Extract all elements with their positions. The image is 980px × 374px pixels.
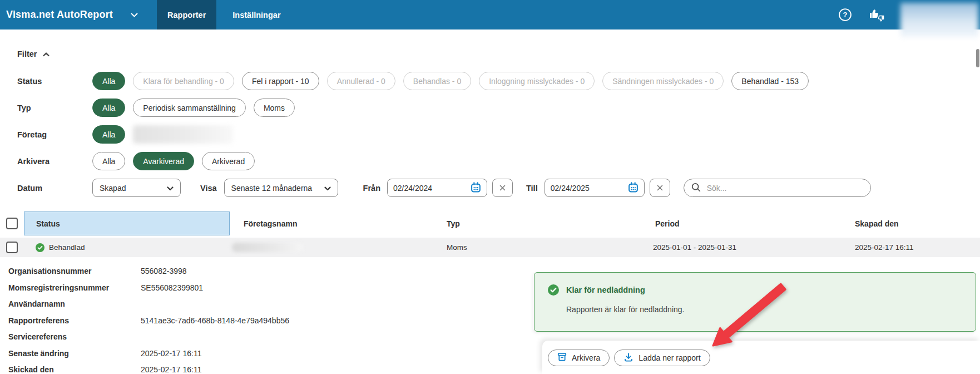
detail-value: 2025-02-17 16:11 bbox=[141, 350, 202, 358]
redacted-company-name bbox=[232, 243, 303, 252]
column-header-status[interactable]: Status bbox=[24, 211, 230, 235]
report-details: Organisationsnummer556082-3998 Momsregis… bbox=[0, 257, 526, 374]
pill-status-klara[interactable]: Klara för behandling - 0 bbox=[133, 72, 234, 90]
detail-label: Organisationsnummer bbox=[8, 267, 141, 276]
date-range-value: Senaste 12 månaderna bbox=[231, 184, 313, 193]
svg-text:?: ? bbox=[843, 11, 848, 19]
clear-icon bbox=[499, 183, 506, 193]
pill-typ-moms[interactable]: Moms bbox=[254, 99, 295, 117]
download-button-label: Ladda ner rapport bbox=[639, 353, 700, 362]
pill-status-behandlad[interactable]: Behandlad - 153 bbox=[731, 72, 809, 90]
pill-typ-periodisk[interactable]: Periodisk sammanställning bbox=[133, 99, 246, 117]
detail-row: Servicereferens bbox=[8, 333, 526, 342]
autoreport-page: Visma.net AutoReport Rapporter Inställni… bbox=[0, 0, 980, 374]
search-icon bbox=[691, 183, 701, 194]
download-ready-alert: Klar för nedladdning Rapporten är klar f… bbox=[534, 272, 976, 332]
column-header-typ[interactable]: Typ bbox=[442, 219, 651, 228]
pill-status-fel[interactable]: Fel i rapport - 10 bbox=[242, 72, 319, 90]
pill-arkivera-arkiverad[interactable]: Arkiverad bbox=[202, 152, 255, 170]
detail-row: Användarnamn bbox=[8, 300, 526, 309]
alert-body: Rapporten är klar för nedladdning. bbox=[566, 305, 976, 314]
detail-label: Användarnamn bbox=[8, 300, 141, 309]
chevron-up-icon bbox=[43, 50, 50, 58]
feedback-icon[interactable] bbox=[868, 7, 885, 23]
filter-row-datum: Datum Skapad Visa Senaste 12 månaderna F… bbox=[17, 179, 980, 197]
calendar-icon[interactable] bbox=[628, 182, 639, 194]
pill-status-inloggning[interactable]: Inloggning misslyckades - 0 bbox=[479, 72, 595, 90]
tab-rapporter[interactable]: Rapporter bbox=[157, 0, 216, 29]
pill-foretag-alla[interactable]: Alla bbox=[92, 125, 125, 144]
check-circle-icon bbox=[548, 284, 559, 296]
detail-label: Servicereferens bbox=[8, 333, 141, 342]
detail-value: 5141ae3c-7ad6-468b-8148-4e79a494bb56 bbox=[141, 317, 289, 326]
table-row[interactable]: Behandlad Moms 2025-01-01 - 2025-01-31 2… bbox=[0, 238, 980, 257]
reports-table: Status Företagsnamn Typ Period Skapad de… bbox=[0, 211, 980, 257]
detail-label: Skickad den bbox=[8, 366, 141, 374]
select-all-checkbox[interactable] bbox=[6, 218, 18, 229]
detail-label: Rapportreferens bbox=[8, 317, 141, 326]
date-range-select[interactable]: Senaste 12 månaderna bbox=[224, 179, 338, 197]
filter-row-status: Status Alla Klara för behandling - 0 Fel… bbox=[17, 72, 980, 90]
till-date-value: 02/24/2025 bbox=[551, 184, 590, 193]
from-date-value: 02/24/2024 bbox=[393, 184, 432, 193]
detail-row: Rapportreferens5141ae3c-7ad6-468b-8148-4… bbox=[8, 317, 526, 326]
from-date-clear-button[interactable] bbox=[492, 179, 513, 197]
till-date-clear-button[interactable] bbox=[650, 179, 670, 197]
archive-button[interactable]: Arkivera bbox=[548, 350, 610, 366]
till-date-input[interactable]: 02/24/2025 bbox=[545, 179, 645, 197]
calendar-icon[interactable] bbox=[471, 182, 481, 194]
date-type-select[interactable]: Skapad bbox=[92, 179, 181, 197]
column-header-skapad-den[interactable]: Skapad den bbox=[851, 219, 980, 228]
column-header-period[interactable]: Period bbox=[651, 219, 851, 228]
detail-row: Senaste ändring2025-02-17 16:11 bbox=[8, 350, 526, 358]
status-check-icon bbox=[36, 243, 44, 252]
filter-title-label: Filter bbox=[17, 50, 37, 58]
row-checkbox[interactable] bbox=[6, 242, 18, 253]
detail-row: Organisationsnummer556082-3998 bbox=[8, 267, 526, 276]
row-period: 2025-01-01 - 2025-01-31 bbox=[651, 243, 851, 252]
table-header-row: Status Företagsnamn Typ Period Skapad de… bbox=[0, 211, 980, 235]
from-label: Från bbox=[363, 184, 380, 193]
brand-menu-toggle[interactable] bbox=[131, 0, 138, 29]
from-date-input[interactable]: 02/24/2024 bbox=[387, 179, 487, 197]
filter-rows: Status Alla Klara för behandling - 0 Fel… bbox=[17, 72, 980, 197]
clear-icon bbox=[657, 183, 663, 193]
pill-arkivera-alla[interactable]: Alla bbox=[92, 152, 125, 170]
pill-status-sandningen[interactable]: Sändningen misslyckades - 0 bbox=[602, 72, 724, 90]
help-icon[interactable]: ? bbox=[838, 8, 852, 22]
column-header-foretagsnamn[interactable]: Företagsnamn bbox=[230, 219, 442, 228]
filter-row-arkivera: Arkivera Alla Avarkiverad Arkiverad bbox=[17, 152, 980, 170]
download-report-button[interactable]: Ladda ner rapport bbox=[614, 350, 710, 366]
status-label: Status bbox=[17, 77, 92, 86]
tab-installningar[interactable]: Inställningar bbox=[222, 0, 291, 29]
pill-status-alla[interactable]: Alla bbox=[92, 72, 125, 90]
archive-icon bbox=[557, 352, 567, 363]
row-status-text: Behandlad bbox=[49, 243, 85, 252]
chevron-down-icon bbox=[324, 184, 331, 193]
detail-value: 2025-02-17 16:11 bbox=[141, 366, 202, 374]
redacted-user-area bbox=[900, 3, 978, 37]
nav-right-icons: ? bbox=[838, 0, 885, 29]
pill-arkivera-avarkiverad[interactable]: Avarkiverad bbox=[133, 152, 194, 170]
nav-tabs: Rapporter Inställningar bbox=[157, 0, 297, 29]
detail-value: 556082-3998 bbox=[141, 267, 187, 276]
redacted-company-chip[interactable] bbox=[133, 125, 233, 144]
app-brand: Visma.net AutoReport bbox=[6, 0, 113, 29]
pill-typ-alla[interactable]: Alla bbox=[92, 99, 125, 117]
detail-value: SE556082399801 bbox=[141, 284, 203, 293]
filter-collapse-toggle[interactable]: Filter bbox=[17, 50, 50, 58]
search-box bbox=[684, 179, 871, 197]
arkivera-label: Arkivera bbox=[17, 157, 92, 166]
typ-label: Typ bbox=[17, 104, 92, 112]
pill-status-behandlas[interactable]: Behandlas - 0 bbox=[403, 72, 471, 90]
datum-label: Datum bbox=[17, 184, 92, 193]
archive-button-label: Arkivera bbox=[572, 353, 600, 362]
pill-status-annullerad[interactable]: Annullerad - 0 bbox=[327, 72, 395, 90]
detail-row: MomsregistreringsnummerSE556082399801 bbox=[8, 284, 526, 293]
chevron-down-icon bbox=[167, 184, 174, 193]
search-input[interactable] bbox=[706, 183, 863, 193]
vertical-scrollbar-thumb[interactable] bbox=[976, 49, 979, 67]
filter-row-typ: Typ Alla Periodisk sammanställning Moms bbox=[17, 99, 980, 117]
download-icon bbox=[623, 352, 633, 364]
chevron-down-icon bbox=[131, 10, 138, 20]
